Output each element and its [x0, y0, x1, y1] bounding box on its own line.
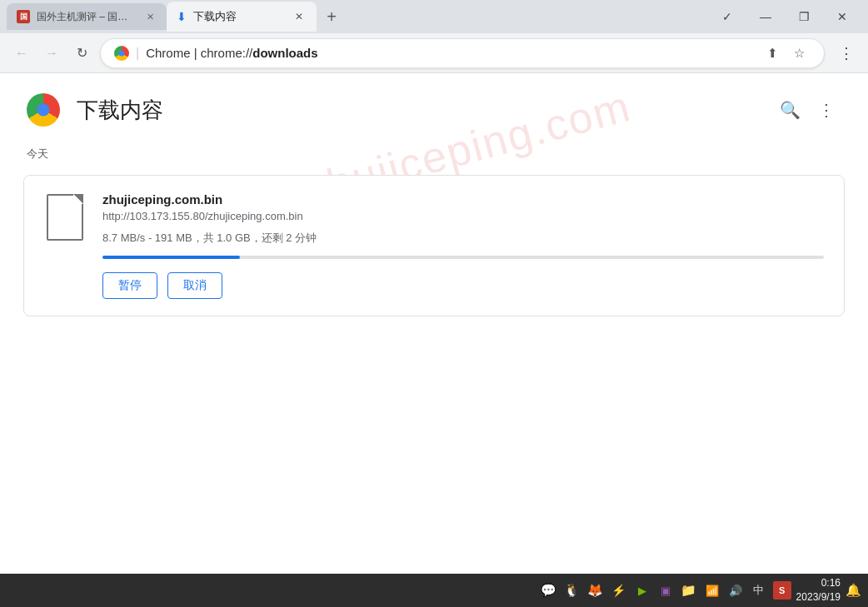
tab-close-active-btn[interactable]: ✕ — [292, 9, 307, 24]
tab-favicon-download-icon: ⬇ — [177, 10, 187, 23]
download-status: 8.7 MB/s - 191 MB，共 1.0 GB，还剩 2 分钟 — [102, 231, 824, 246]
progress-bar-fill — [102, 256, 240, 259]
bluetooth-tray-icon[interactable]: ⚡ — [610, 581, 628, 600]
cancel-button[interactable]: 取消 — [167, 272, 222, 299]
download-actions: 暂停 取消 — [102, 272, 824, 299]
time-display: 0:16 — [796, 576, 841, 590]
back-button[interactable]: ← — [10, 42, 33, 65]
refresh-button[interactable]: ↻ — [70, 42, 93, 65]
taskbar-time: 0:16 2023/9/19 — [796, 576, 841, 605]
progress-bar-track — [102, 256, 824, 259]
nvidia-tray-icon[interactable]: ▶ — [633, 581, 651, 600]
window-controls: ✓ — ❐ ✕ — [708, 0, 861, 33]
browser-tray-icon[interactable]: 🦊 — [586, 581, 605, 600]
date-display: 2023/9/19 — [796, 590, 841, 605]
bookmark-button[interactable]: ☆ — [787, 42, 811, 65]
taskbar-icons: 💬 🐧 🦊 ⚡ ▶ ▣ 📁 📶 🔊 中 S — [540, 581, 791, 600]
tab-active[interactable]: ⬇ 下载内容 ✕ — [167, 2, 317, 32]
win-check-btn[interactable]: ✓ — [708, 0, 746, 33]
omnibox[interactable]: | Chrome | chrome://downloads ⬆ ☆ — [100, 38, 825, 68]
download-filename: zhujiceping.com.bin — [102, 192, 824, 206]
tab-inactive[interactable]: 国 国外主机测评 – 国外VPS, ✕ — [7, 3, 167, 30]
download-info: zhujiceping.com.bin http://103.173.155.8… — [102, 192, 824, 299]
section-today-label: 今天 — [0, 140, 868, 168]
omnibox-actions: ⬆ ☆ — [761, 42, 811, 65]
qq-tray-icon[interactable]: 🐧 — [563, 581, 581, 600]
browser-menu-button[interactable]: ⋮ — [835, 42, 858, 65]
win-close-btn[interactable]: ✕ — [823, 0, 861, 33]
tab-favicon-inactive: 国 — [17, 10, 30, 23]
share-button[interactable]: ⬆ — [761, 42, 784, 65]
win-maximize-btn[interactable]: ❐ — [785, 0, 823, 33]
lang-tray-icon[interactable]: 中 — [750, 581, 768, 600]
more-options-icon[interactable]: ⋮ — [811, 95, 841, 125]
folder-tray-icon[interactable]: 📁 — [680, 581, 698, 600]
file-icon-shape — [47, 194, 83, 241]
tab-active-label: 下载内容 — [193, 9, 285, 24]
win-minimize-btn[interactable]: — — [746, 0, 785, 33]
new-tab-button[interactable]: + — [320, 5, 343, 28]
page-header: 下载内容 🔍 ⋮ — [0, 73, 868, 140]
taskbar: 💬 🐧 🦊 ⚡ ▶ ▣ 📁 📶 🔊 中 S 0:16 2023/9/19 🔔 — [0, 574, 868, 607]
wechat-tray-icon[interactable]: 💬 — [540, 581, 558, 600]
chrome-logo — [27, 93, 60, 127]
chrome-icon — [114, 46, 129, 61]
address-bar: ← → ↻ | Chrome | chrome://downloads ⬆ ☆ … — [0, 33, 868, 73]
omnibox-separator: | — [136, 46, 139, 61]
search-icon[interactable]: 🔍 — [775, 95, 805, 125]
app-tray-icon[interactable]: ▣ — [656, 581, 675, 600]
pause-button[interactable]: 暂停 — [102, 272, 157, 299]
page-title: 下载内容 — [77, 96, 163, 125]
url-prefix: chrome:// — [201, 46, 253, 60]
wifi-tray-icon[interactable]: 📶 — [703, 581, 721, 600]
omnibox-separator2: | — [194, 46, 201, 60]
omnibox-text: Chrome | chrome://downloads — [146, 46, 754, 60]
notification-icon[interactable]: 🔔 — [846, 583, 861, 598]
file-icon-corner2 — [73, 194, 83, 204]
download-url: http://103.173.155.80/zhujiceping.com.bi… — [102, 210, 824, 222]
download-card: zhujiceping.com.bin http://103.173.155.8… — [23, 175, 845, 316]
volume-tray-icon[interactable]: 🔊 — [726, 581, 745, 600]
forward-button[interactable]: → — [40, 42, 63, 65]
file-icon — [44, 192, 86, 242]
tab-inactive-label: 国外主机测评 – 国外VPS, — [37, 10, 137, 24]
ime-tray-icon[interactable]: S — [773, 581, 791, 600]
page-header-actions: 🔍 ⋮ — [775, 95, 841, 125]
chrome-label: Chrome — [146, 46, 190, 60]
tab-close-inactive-btn[interactable]: ✕ — [143, 10, 157, 23]
url-bold: downloads — [252, 46, 317, 60]
titlebar: 国 国外主机测评 – 国外VPS, ✕ ⬇ 下载内容 ✕ + ✓ — ❐ ✕ — [0, 0, 868, 33]
downloads-page: 下载内容 🔍 ⋮ zhujiceping.com 今天 zhujiceping.… — [0, 73, 868, 574]
